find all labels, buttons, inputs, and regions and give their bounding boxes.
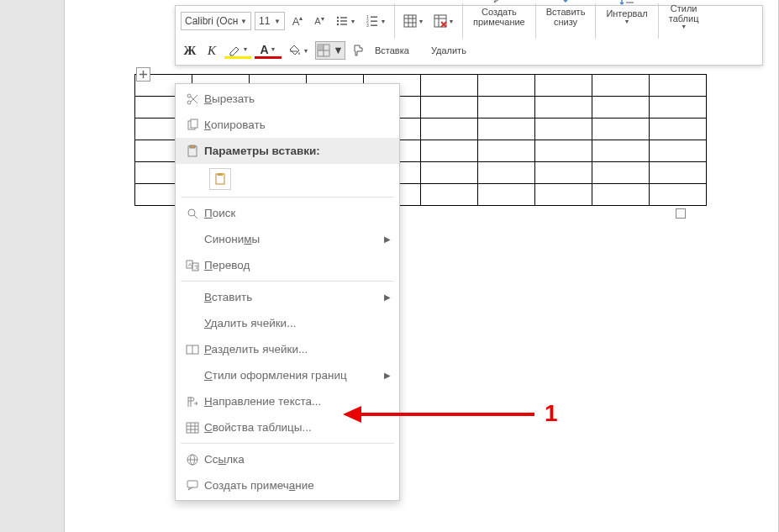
menu-cut[interactable]: Вырезать [176,86,399,112]
font-color-button[interactable]: A▼ [255,43,282,59]
menu-paste-option-row [176,164,399,194]
context-menu: Вырезать Копировать Параметры вставки: П… [175,83,400,501]
menu-synonyms[interactable]: Синонимы ▶ [176,226,399,252]
clipboard-icon [181,145,204,158]
svg-text:3: 3 [366,23,369,28]
cell-align-button[interactable]: ▼ [315,41,345,60]
mini-toolbar: Calibri (Осн ▼ 11 ▼ A▴ A▾ ▼ 123 ▼ ▼ ▼ С [175,5,763,66]
svg-rect-38 [318,45,324,50]
menu-split-cells[interactable]: Разделить ячейки... [176,336,399,362]
svg-rect-69 [187,481,197,487]
svg-point-42 [187,94,191,97]
insert-below-button[interactable]: Вставить снизу [541,0,591,34]
menu-table-properties[interactable]: Свойства таблицы... [176,414,399,440]
menu-separator [181,443,394,444]
interval-label: Интервал [606,8,647,18]
svg-point-51 [188,209,195,216]
search-icon [181,207,204,220]
link-icon [181,453,204,466]
chevron-down-icon: ▼ [240,18,247,25]
insert-below-label-l2: снизу [554,17,577,27]
svg-rect-46 [191,119,197,128]
menu-separator [181,281,394,282]
svg-rect-3 [340,20,347,21]
insert-label: Вставка [375,45,409,55]
svg-rect-50 [218,173,223,176]
svg-rect-11 [371,25,377,26]
menu-search[interactable]: Поиск [176,200,399,226]
table-styles-button[interactable]: Стили таблиц ▼ [664,0,704,34]
new-comment-button[interactable]: Создать примечание [468,0,530,34]
chevron-right-icon: ▶ [384,292,391,302]
svg-text:文: 文 [194,264,199,270]
new-comment-label-l1: Создать [482,7,517,17]
bullet-list-button[interactable]: ▼ [332,12,359,30]
new-comment-label-l2: примечание [473,17,525,27]
menu-text-direction[interactable]: Направление текста... [176,388,399,414]
translate-icon: A文 [181,259,204,272]
svg-rect-9 [371,21,377,22]
menu-copy[interactable]: Копировать [176,112,399,138]
svg-rect-7 [371,17,377,18]
scissors-icon [181,92,204,106]
table-styles-label-l1: Стили [671,3,697,13]
italic-button[interactable]: К [203,41,221,60]
numbered-list-button[interactable]: 123 ▼ [362,12,389,30]
font-name-value: Calibri (Осн [185,15,238,27]
delete-table-split[interactable]: ▼ [430,12,457,30]
annotation-number: 1 [545,400,558,427]
svg-rect-5 [340,24,347,24]
svg-line-52 [194,215,197,219]
menu-insert[interactable]: Вставить ▶ [176,284,399,310]
svg-rect-1 [340,17,347,18]
paste-keep-source-button[interactable] [209,168,231,190]
comment-icon [181,479,204,492]
font-name-combo[interactable]: Calibri (Осн ▼ [181,12,251,30]
font-size-combo[interactable]: 11 ▼ [255,12,285,30]
text-direction-icon [181,395,204,408]
svg-rect-12 [404,15,416,27]
svg-point-41 [187,101,191,104]
svg-point-4 [336,24,338,25]
menu-link[interactable]: Ссылка [176,446,399,472]
chevron-right-icon: ▶ [384,234,391,244]
shrink-font-button[interactable]: A▾ [310,12,329,30]
menu-new-comment[interactable]: Создать примечание [176,472,399,498]
format-painter-button[interactable] [349,41,367,60]
menu-border-styles[interactable]: Стили оформления границ ▶ [176,362,399,388]
highlight-button[interactable]: ▼ [224,43,251,59]
font-size-value: 11 [259,15,270,27]
table-move-handle-icon[interactable] [136,67,150,82]
insert-table-split[interactable]: ▼ [400,12,427,30]
bold-button[interactable]: Ж [181,41,199,60]
shading-button[interactable]: ▼ [285,41,312,60]
svg-rect-61 [187,423,198,433]
svg-point-0 [336,17,338,18]
table-styles-label-l2: таблиц [669,13,699,24]
menu-paste-options-header: Параметры вставки: [176,138,399,164]
svg-line-44 [191,95,197,102]
interval-button[interactable]: Интервал ▼ [601,0,652,34]
copy-icon [181,119,204,132]
insert-below-label-l1: Вставить [546,7,586,17]
split-cells-icon [181,343,204,356]
svg-line-43 [191,97,197,103]
menu-translate[interactable]: A文 Перевод [176,252,399,278]
chevron-right-icon: ▶ [384,371,391,380]
menu-separator [181,197,394,198]
svg-point-2 [336,20,338,22]
table-properties-icon [181,421,204,435]
delete-label: Удалить [431,45,466,55]
paste-options-label: Параметры вставки: [204,145,391,157]
grow-font-button[interactable]: A▴ [288,12,307,30]
chevron-down-icon: ▼ [274,18,281,25]
table-resize-handle-icon[interactable] [676,208,686,219]
svg-rect-48 [190,145,195,148]
menu-delete-cells[interactable]: Удалить ячейки... [176,310,399,336]
svg-text:A: A [188,262,192,267]
